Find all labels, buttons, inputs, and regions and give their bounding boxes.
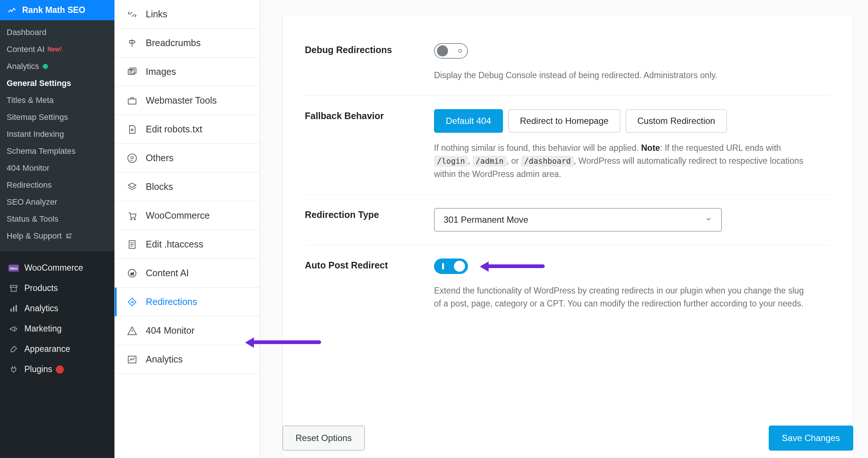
sub-label: Redirections	[7, 180, 52, 190]
sub-label: Analytics	[7, 62, 39, 71]
sub-label: Instant Indexing	[7, 129, 64, 139]
tab-label: Images	[146, 66, 176, 77]
archive-icon	[7, 284, 20, 293]
code-login: /login	[434, 156, 468, 167]
code-dashboard: /dashboard	[521, 156, 574, 167]
fallback-option-default-404[interactable]: Default 404	[434, 109, 503, 133]
chevron-down-icon	[705, 215, 712, 225]
tab-redirections[interactable]: Redirections	[115, 288, 260, 316]
sub-label: Content AI	[7, 45, 45, 54]
menu-item-woocommerce[interactable]: WooWooCommerce	[0, 258, 114, 278]
briefcase-icon	[124, 96, 140, 106]
setting-auto-post-redirect: Auto Post Redirect Extend the functional…	[305, 245, 831, 324]
svg-point-13	[131, 218, 132, 220]
status-dot-icon	[43, 64, 48, 69]
tab-images[interactable]: Images	[115, 58, 260, 86]
debug-toggle[interactable]	[434, 43, 468, 59]
menu-label: WooCommerce	[24, 263, 83, 273]
annotation-arrow-icon	[482, 264, 545, 268]
tab-woocommerce[interactable]: WooCommerce	[115, 201, 260, 230]
tab-blocks[interactable]: Blocks	[115, 173, 260, 201]
fallback-option-custom[interactable]: Custom Redirection	[626, 109, 727, 133]
sub-label: Schema Templates	[7, 146, 76, 156]
save-button[interactable]: Save Changes	[769, 426, 853, 451]
tab-label: Links	[146, 9, 167, 20]
svg-point-11	[131, 129, 133, 131]
tab-label: Blocks	[146, 181, 173, 192]
setting-field: Display the Debug Console instead of bei…	[434, 43, 831, 82]
new-badge: New!	[48, 46, 62, 53]
sidebar-top-label: Rank Math SEO	[22, 5, 85, 15]
sub-item-seo-analyzer[interactable]: SEO Analyzer	[0, 194, 114, 211]
menu-item-analytics[interactable]: Analytics	[0, 298, 114, 319]
menu-label: Marketing	[24, 324, 62, 334]
sub-label: Titles & Meta	[7, 96, 54, 105]
app-root: Rank Math SEO Dashboard Content AINew! A…	[0, 0, 868, 458]
sub-item-status-tools[interactable]: Status & Tools	[0, 211, 114, 228]
sub-item-content-ai[interactable]: Content AINew!	[0, 41, 114, 58]
sub-item-instant-indexing[interactable]: Instant Indexing	[0, 126, 114, 143]
menu-item-plugins[interactable]: Plugins	[0, 359, 114, 379]
redirection-type-select[interactable]: 301 Permanent Move	[434, 208, 722, 232]
sub-label: Sitemap Settings	[7, 112, 68, 122]
tab-label: Redirections	[146, 296, 197, 307]
menu-item-marketing[interactable]: Marketing	[0, 319, 114, 339]
menu-label: Analytics	[24, 303, 58, 313]
svg-point-14	[134, 218, 135, 220]
sub-item-404-monitor[interactable]: 404 Monitor	[0, 160, 114, 177]
tab-others[interactable]: Others	[115, 144, 260, 173]
tab-analytics[interactable]: Analytics	[115, 345, 260, 374]
sub-item-analytics[interactable]: Analytics	[0, 58, 114, 75]
setting-field: 301 Permanent Move	[434, 208, 831, 232]
sub-item-titles-meta[interactable]: Titles & Meta	[0, 92, 114, 109]
svg-text:Woo: Woo	[10, 266, 17, 270]
auto-post-toggle[interactable]	[434, 259, 468, 274]
tab-label: Edit .htaccess	[146, 239, 203, 250]
links-icon	[124, 9, 140, 20]
tab-label: Others	[146, 153, 173, 163]
tab-edit-robots[interactable]: Edit robots.txt	[115, 115, 260, 144]
sub-item-general-settings[interactable]: General Settings	[0, 75, 114, 92]
settings-footer: Reset Options Save Changes	[282, 418, 853, 458]
menu-item-products[interactable]: Products	[0, 278, 114, 298]
tab-edit-htaccess[interactable]: Edit .htaccess	[115, 230, 260, 259]
sub-label: Dashboard	[7, 28, 46, 37]
sub-item-schema-templates[interactable]: Schema Templates	[0, 143, 114, 160]
setting-label: Fallback Behavior	[305, 109, 434, 181]
list-icon	[124, 153, 140, 163]
svg-rect-4	[10, 309, 12, 312]
svg-text:ai: ai	[130, 271, 134, 275]
blocks-icon	[124, 182, 140, 192]
sub-item-sitemap[interactable]: Sitemap Settings	[0, 109, 114, 126]
reset-button[interactable]: Reset Options	[282, 426, 365, 451]
fallback-option-homepage[interactable]: Redirect to Homepage	[508, 109, 620, 133]
sub-label: SEO Analyzer	[7, 197, 57, 207]
sub-item-dashboard[interactable]: Dashboard	[0, 24, 114, 41]
sub-label: Help & Support	[7, 231, 62, 241]
menu-item-appearance[interactable]: Appearance	[0, 339, 114, 359]
svg-rect-6	[16, 305, 17, 312]
svg-point-12	[128, 154, 136, 162]
signpost-icon	[124, 38, 140, 48]
setting-field: Extend the functionality of WordPress by…	[434, 259, 831, 310]
tab-label: 404 Monitor	[146, 325, 194, 336]
tab-content-ai[interactable]: aiContent AI	[115, 259, 260, 288]
setting-desc: Display the Debug Console instead of bei…	[434, 69, 810, 82]
tab-webmaster-tools[interactable]: Webmaster Tools	[115, 86, 260, 115]
sub-item-help-support[interactable]: Help & Support	[0, 228, 114, 244]
bar-chart-icon	[7, 304, 20, 313]
tab-links[interactable]: Links	[115, 0, 260, 29]
tab-breadcrumbs[interactable]: Breadcrumbs	[115, 29, 260, 58]
megaphone-icon	[7, 325, 20, 333]
setting-label: Debug Redirections	[305, 43, 434, 82]
wp-main-menu: WooWooCommerce Products Analytics Market…	[0, 251, 114, 379]
update-count-badge	[56, 365, 64, 374]
sidebar-item-rank-math[interactable]: Rank Math SEO	[0, 0, 114, 20]
desc-text: ,	[468, 156, 473, 166]
note-label: Note	[641, 143, 660, 153]
fallback-options: Default 404 Redirect to Homepage Custom …	[434, 109, 727, 133]
tab-404-monitor[interactable]: 404 Monitor	[115, 316, 260, 345]
annotation-arrow-icon	[247, 340, 321, 344]
sub-item-redirections[interactable]: Redirections	[0, 177, 114, 194]
plug-icon	[7, 365, 20, 374]
